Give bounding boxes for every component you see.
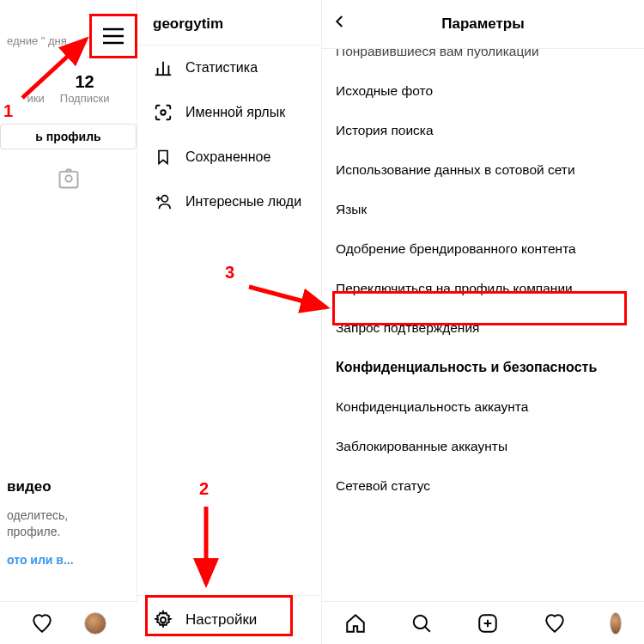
edit-profile-label: ь профиль: [35, 130, 100, 143]
drawer-username: georgytim: [137, 0, 321, 46]
settings-section-privacy: Конфиденциальность и безопасность: [322, 348, 644, 387]
settings-item-activity-status[interactable]: Сетевой статус: [322, 466, 644, 506]
chart-icon: [153, 58, 173, 78]
profile-avatar-icon[interactable]: [84, 612, 106, 635]
bottom-nav-right: [322, 601, 644, 644]
nametag-icon: [153, 102, 173, 123]
profile-avatar-icon[interactable]: [610, 612, 622, 635]
svg-point-9: [161, 110, 166, 115]
svg-point-14: [414, 615, 427, 628]
gear-icon: [153, 610, 173, 630]
following-count: 12: [60, 72, 110, 92]
menu-item-nametag[interactable]: Именной ярлык: [137, 90, 321, 135]
back-button[interactable]: [332, 14, 353, 34]
settings-item-cellular-data[interactable]: Использование данных в сотовой сети: [322, 150, 644, 190]
bookmark-icon: [153, 147, 173, 167]
menu-label: Сохраненное: [185, 149, 270, 166]
activity-heart-icon[interactable]: [544, 612, 566, 635]
menu-item-discover-people[interactable]: Интересные люди: [137, 179, 321, 224]
following-label: Подписки: [60, 92, 110, 105]
home-icon[interactable]: [344, 612, 367, 635]
settings-item-liked-posts[interactable]: Понравившиеся вам публикации: [322, 49, 644, 71]
svg-rect-3: [59, 172, 77, 188]
video-desc-line: оделитесь,: [7, 507, 130, 525]
drawer-menu: georgytim Статистика Именной ярлык: [137, 0, 322, 644]
menu-item-insights[interactable]: Статистика: [137, 46, 321, 90]
search-icon[interactable]: [410, 612, 433, 635]
drawer-settings-button[interactable]: Настройки: [137, 595, 321, 644]
settings-item-branded-content[interactable]: Одобрение брендированного контента: [322, 229, 644, 269]
svg-point-13: [161, 617, 166, 623]
settings-item-language[interactable]: Язык: [322, 190, 644, 229]
svg-point-10: [161, 196, 167, 202]
hamburger-icon: [102, 27, 125, 45]
settings-header: Параметры: [322, 0, 644, 49]
settings-title: Параметры: [441, 15, 525, 33]
add-people-icon: [153, 191, 173, 212]
edit-profile-button[interactable]: ь профиль: [0, 124, 137, 149]
settings-item-request-verification[interactable]: Запрос подтверждения: [322, 308, 644, 348]
annotation-number-2: 2: [199, 479, 209, 499]
svg-line-15: [425, 627, 430, 632]
settings-item-account-privacy[interactable]: Конфиденциальность аккаунта: [322, 387, 644, 427]
settings-list[interactable]: Понравившиеся вам публикации Исходные фо…: [322, 49, 644, 644]
profile-column: едние " дня ики 12 Подписки ь профиль: [0, 0, 137, 644]
following-stat[interactable]: 12 Подписки: [60, 72, 110, 105]
menu-label: Интересные люди: [185, 193, 301, 210]
settings-item-original-photos[interactable]: Исходные фото: [322, 71, 644, 111]
new-post-icon[interactable]: [477, 612, 499, 635]
settings-item-switch-business[interactable]: Переключиться на профиль компании: [322, 269, 644, 308]
menu-label: Статистика: [185, 59, 258, 76]
menu-label: Именной ярлык: [185, 104, 285, 121]
settings-label: Настройки: [185, 611, 257, 629]
settings-item-blocked-accounts[interactable]: Заблокированные аккаунты: [322, 427, 644, 466]
svg-point-4: [65, 175, 71, 181]
avatar: [610, 612, 622, 635]
settings-screen: Параметры Понравившиеся вам публикации И…: [322, 0, 644, 644]
video-desc-line: профиле.: [7, 524, 130, 541]
menu-item-saved[interactable]: Сохраненное: [137, 135, 321, 179]
video-section-title: видео: [7, 478, 130, 495]
tagged-tab-icon[interactable]: [0, 167, 137, 194]
bottom-nav-left: [0, 601, 137, 644]
annotation-number-1: 1: [3, 101, 13, 121]
avatar: [84, 612, 106, 635]
annotation-number-3: 3: [225, 263, 234, 283]
upload-link[interactable]: ото или в...: [7, 553, 130, 567]
activity-heart-icon[interactable]: [31, 612, 53, 635]
stat-label-followers-fragment: ики: [27, 92, 45, 105]
hamburger-menu-button[interactable]: [94, 17, 132, 55]
settings-item-search-history[interactable]: История поиска: [322, 111, 644, 150]
